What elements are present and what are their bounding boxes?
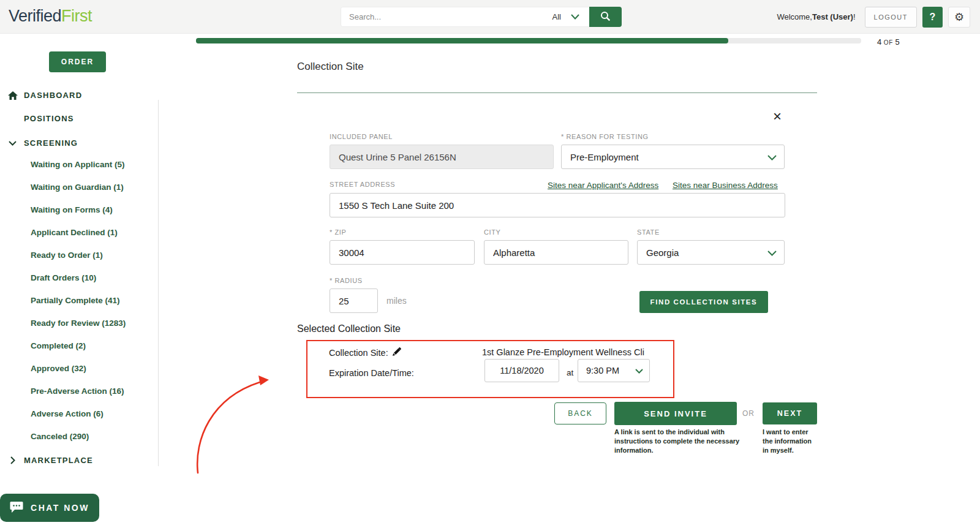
progress-bar	[196, 38, 861, 43]
or-label: OR	[742, 409, 755, 418]
sites-near-applicant-link[interactable]: Sites near Applicant's Address	[548, 181, 658, 190]
sidebar-item-pre-adverse-action[interactable]: Pre-Adverse Action (16)	[31, 387, 124, 396]
send-invite-button[interactable]: SEND INVITE	[614, 402, 737, 425]
next-button[interactable]: NEXT	[763, 402, 817, 424]
search-filter-dropdown[interactable]: All	[552, 7, 565, 27]
chat-bubble-icon	[10, 501, 23, 515]
sidebar-item-applicant-declined[interactable]: Applicant Declined (1)	[31, 228, 118, 237]
welcome-user: Test (User)	[812, 12, 853, 21]
street-address-label: STREET ADDRESS	[330, 181, 395, 188]
pencil-icon[interactable]	[393, 347, 401, 358]
chat-now-label: CHAT NOW	[31, 503, 89, 513]
logo-first: First	[61, 7, 92, 25]
sidebar-item-label: MARKETPLACE	[24, 456, 93, 465]
city-field[interactable]	[484, 240, 628, 265]
state-label: STATE	[637, 228, 660, 236]
annotation-highlight-box: Collection Site: 1st Glanze Pre-Employme…	[306, 340, 674, 398]
chevron-down-icon	[635, 366, 643, 375]
radius-unit: miles	[386, 296, 407, 306]
reason-for-testing-label: * REASON FOR TESTING	[561, 133, 649, 140]
header: VerifiedFirst All Welcome,Test (User)! L…	[0, 0, 980, 34]
title-divider	[297, 92, 817, 93]
progress-current: 4	[877, 37, 881, 47]
radius-label: * RADIUS	[330, 277, 363, 284]
search-input[interactable]	[341, 7, 552, 27]
selected-collection-site-heading: Selected Collection Site	[297, 323, 401, 334]
sidebar-item-label: SCREENING	[24, 138, 78, 148]
back-button[interactable]: BACK	[554, 402, 606, 424]
logout-button[interactable]: LOGOUT	[865, 7, 917, 28]
expiration-label-text: Expiration Date/Time:	[329, 368, 414, 378]
sidebar-item-ready-for-review[interactable]: Ready for Review (1283)	[31, 319, 126, 328]
chevron-down-icon	[767, 247, 777, 258]
search-filter-value: All	[552, 12, 561, 21]
chevron-down-icon[interactable]	[565, 7, 589, 27]
sites-near-business-link[interactable]: Sites near Business Address	[673, 181, 778, 190]
sidebar-item-waiting-on-forms[interactable]: Waiting on Forms (4)	[31, 205, 113, 214]
city-label: CITY	[484, 228, 500, 236]
reason-for-testing-select[interactable]: Pre-Employment	[561, 145, 785, 169]
page-title: Collection Site	[297, 61, 364, 73]
send-invite-description: A link is sent to the individual with in…	[614, 428, 740, 455]
expiration-time-value: 9:30 PM	[586, 366, 619, 375]
expiration-time-select[interactable]: 9:30 PM	[578, 359, 650, 382]
sidebar-divider	[158, 100, 159, 466]
state-value: Georgia	[646, 247, 679, 258]
next-description: I want to enter the information in mysel…	[763, 428, 819, 455]
collection-site-label: Collection Site:	[329, 348, 388, 358]
radius-field[interactable]	[330, 289, 378, 313]
chevron-down-icon	[7, 141, 18, 146]
progress-fill	[196, 38, 728, 43]
reason-for-testing-value: Pre-Employment	[570, 152, 639, 162]
collection-site-value: 1st Glanze Pre-Employment Wellness Cli	[482, 347, 644, 357]
welcome-suffix: !	[853, 12, 856, 21]
street-address-field[interactable]	[330, 193, 785, 217]
expiration-date-field[interactable]	[484, 359, 559, 382]
search-button[interactable]	[589, 7, 622, 27]
progress-total: 5	[895, 37, 899, 47]
welcome-text: Welcome,Test (User)!	[777, 12, 855, 21]
at-label: at	[567, 368, 573, 377]
sidebar-item-dashboard[interactable]: DASHBOARD	[7, 91, 82, 100]
sidebar-item-approved[interactable]: Approved (32)	[31, 364, 86, 373]
included-panel-label: INCLUDED PANEL	[330, 133, 393, 140]
included-panel-field	[330, 145, 554, 169]
logo: VerifiedFirst	[9, 7, 92, 26]
progress-step-text: 4 of 5	[877, 37, 900, 47]
sidebar-item-adverse-action[interactable]: Adverse Action (6)	[31, 409, 104, 418]
close-icon[interactable]: ×	[773, 109, 782, 124]
sidebar-item-screening[interactable]: SCREENING	[7, 138, 78, 148]
sidebar-item-canceled[interactable]: Canceled (290)	[31, 432, 89, 441]
search-bar: All	[341, 7, 622, 27]
sidebar-item-label: DASHBOARD	[24, 91, 82, 100]
state-select[interactable]: Georgia	[637, 240, 785, 265]
sidebar-item-marketplace[interactable]: MARKETPLACE	[7, 456, 93, 465]
help-button[interactable]: ?	[922, 7, 943, 28]
chat-now-button[interactable]: CHAT NOW	[0, 494, 99, 522]
collection-site-label-row: Collection Site:	[329, 347, 401, 358]
chevron-right-icon	[7, 456, 18, 464]
welcome-prefix: Welcome,	[777, 12, 812, 21]
logo-verified: Verified	[9, 7, 61, 25]
page: VerifiedFirst All Welcome,Test (User)! L…	[0, 0, 980, 528]
zip-field[interactable]	[330, 240, 475, 265]
sidebar-item-label: POSITIONS	[24, 114, 74, 123]
sidebar-item-waiting-on-guardian[interactable]: Waiting on Guardian (1)	[31, 183, 124, 192]
chevron-down-icon	[767, 152, 777, 162]
home-icon	[7, 91, 18, 100]
sidebar-item-positions[interactable]: POSITIONS	[7, 114, 74, 123]
find-collection-sites-button[interactable]: FIND COLLECTION SITES	[639, 291, 768, 313]
sidebar-item-waiting-on-applicant[interactable]: Waiting on Applicant (5)	[31, 160, 124, 169]
sidebar-item-draft-orders[interactable]: Draft Orders (10)	[31, 273, 96, 282]
sidebar-item-partially-complete[interactable]: Partially Complete (41)	[31, 296, 120, 305]
order-button[interactable]: ORDER	[49, 51, 106, 72]
gear-icon[interactable]: ⚙	[948, 7, 970, 28]
header-right: Welcome,Test (User)! LOGOUT ? ⚙	[777, 6, 970, 28]
search-icon	[600, 11, 611, 23]
expiration-label: Expiration Date/Time:	[329, 368, 414, 378]
zip-label: * ZIP	[330, 228, 346, 236]
progress-of: of	[884, 39, 893, 46]
annotation-arrow	[184, 366, 282, 478]
sidebar-item-ready-to-order[interactable]: Ready to Order (1)	[31, 251, 103, 260]
sidebar-item-completed[interactable]: Completed (2)	[31, 341, 86, 350]
